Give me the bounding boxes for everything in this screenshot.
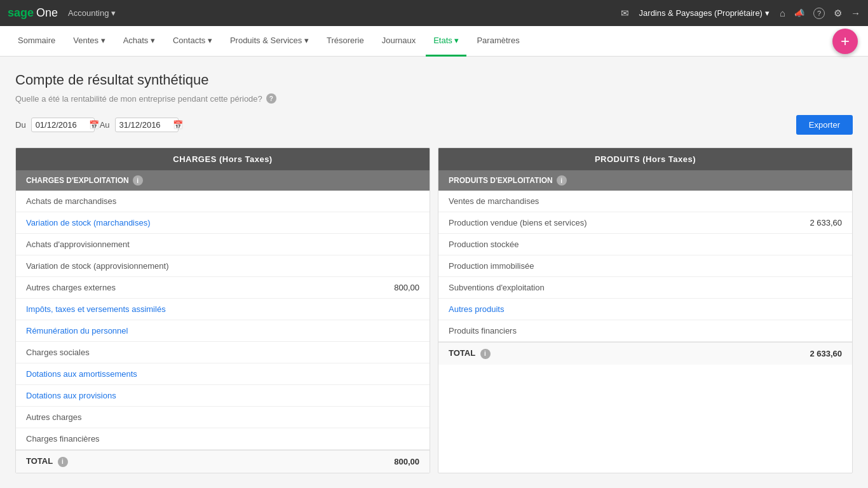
accounting-label: Accounting xyxy=(68,8,109,18)
date-to-label: Au xyxy=(100,120,110,130)
row-label: Achats d'approvisionnement xyxy=(26,240,130,249)
table-row: Achats d'approvisionnement xyxy=(16,234,430,255)
produits-info-icon[interactable]: i xyxy=(557,175,567,186)
date-from-input[interactable]: 📅 xyxy=(31,118,95,132)
row-label: Charges sociales xyxy=(26,348,90,357)
table-row: Charges sociales xyxy=(16,342,430,363)
export-button[interactable]: Exporter xyxy=(796,115,853,135)
row-amount: 800,00 xyxy=(394,283,419,292)
settings-icon[interactable]: ⚙ xyxy=(834,8,842,19)
table-row: Impôts, taxes et versements assimilés xyxy=(16,299,430,320)
row-label[interactable]: Rémunération du personnel xyxy=(26,326,128,336)
produits-table: PRODUITS (Hors Taxes) PRODUITS D'EXPLOIT… xyxy=(438,147,853,473)
charges-info-icon[interactable]: i xyxy=(133,175,143,186)
table-row: Autres charges xyxy=(16,407,430,428)
table-row: Dotations aux amortissements xyxy=(16,363,430,385)
row-label: Charges financières xyxy=(26,434,100,444)
table-row: Production stockée xyxy=(438,234,852,255)
company-dropdown[interactable]: Jardins & Paysages (Propriétaire) ▾ xyxy=(639,8,770,18)
table-row: Charges financières xyxy=(16,428,430,450)
date-to-field[interactable] xyxy=(119,120,170,130)
row-label: Autres charges xyxy=(26,412,81,422)
accounting-dropdown[interactable]: Accounting ▾ xyxy=(68,8,116,18)
date-from-field[interactable] xyxy=(36,120,86,130)
produits-section-label: PRODUITS D'EXPLOITATION xyxy=(449,176,553,185)
top-nav-icons: ⌂ 📣 ? ⚙ → xyxy=(780,8,860,19)
produits-table-header: PRODUITS (Hors Taxes) xyxy=(438,148,852,170)
company-name-text: Jardins & Paysages (Propriétaire) xyxy=(639,8,763,18)
logo[interactable]: sage One xyxy=(8,6,58,20)
subtitle-text: Quelle a été la rentabilité de mon entre… xyxy=(15,94,262,104)
table-row: Produits financiers xyxy=(438,320,852,342)
row-label: Achats de marchandises xyxy=(26,196,116,206)
date-filter-row: Du 📅 Au 📅 Exporter xyxy=(15,115,853,135)
row-label: Variation de stock (approvisionnement) xyxy=(26,261,169,271)
nav-sommaire[interactable]: Sommaire xyxy=(10,26,63,57)
table-row: Achats de marchandises xyxy=(16,191,430,212)
charges-table-header: CHARGES (Hors Taxes) xyxy=(16,148,430,170)
main-navigation: Sommaire Ventes ▾ Achats ▾ Contacts ▾ Pr… xyxy=(0,26,868,57)
nav-etats[interactable]: Etats ▾ xyxy=(426,26,466,57)
nav-tresorerie[interactable]: Trésorerie xyxy=(319,26,372,57)
top-navigation: sage One Accounting ▾ ✉ Jardins & Paysag… xyxy=(0,0,868,26)
calendar-from-icon[interactable]: 📅 xyxy=(89,120,99,130)
calendar-to-icon[interactable]: 📅 xyxy=(173,120,183,130)
produits-section-header: PRODUITS D'EXPLOITATION i xyxy=(438,170,852,191)
row-label[interactable]: Autres produits xyxy=(449,304,504,314)
table-row: Subventions d'exploitation xyxy=(438,277,852,299)
row-label: Production stockée xyxy=(449,240,519,249)
table-row: Ventes de marchandises xyxy=(438,191,852,212)
page-subtitle: Quelle a été la rentabilité de mon entre… xyxy=(15,93,853,104)
row-label: Autres charges externes xyxy=(26,283,116,292)
charges-section-header: CHARGES D'EXPLOITATION i xyxy=(16,170,430,191)
table-row: Variation de stock (approvisionnement) xyxy=(16,255,430,277)
page-content: Compte de résultat synthétique Quelle a … xyxy=(0,57,868,473)
row-label: Production vendue (biens et services) xyxy=(449,218,587,227)
charges-table: CHARGES (Hors Taxes) CHARGES D'EXPLOITAT… xyxy=(15,147,430,473)
row-label: Produits financiers xyxy=(449,326,517,336)
produits-table-footer: TOTAL i 2 633,60 xyxy=(438,342,852,365)
row-label: Ventes de marchandises xyxy=(449,196,539,206)
nav-ventes[interactable]: Ventes ▾ xyxy=(65,26,112,57)
table-row: Production vendue (biens et services) 2 … xyxy=(438,212,852,234)
row-label[interactable]: Impôts, taxes et versements assimilés xyxy=(26,304,166,314)
accounting-arrow: ▾ xyxy=(111,8,116,18)
megaphone-icon[interactable]: 📣 xyxy=(794,8,804,18)
top-nav-right: ✉ Jardins & Paysages (Propriétaire) ▾ ⌂ … xyxy=(621,8,860,19)
table-row: Production immobilisée xyxy=(438,255,852,277)
nav-produits-services[interactable]: Produits & Services ▾ xyxy=(222,26,316,57)
row-label[interactable]: Dotations aux amortissements xyxy=(26,369,137,379)
add-button[interactable]: + xyxy=(832,29,858,54)
help-circle-icon[interactable]: ? xyxy=(266,93,276,104)
row-label: Production immobilisée xyxy=(449,261,534,271)
table-row: Dotations aux provisions xyxy=(16,385,430,407)
help-icon[interactable]: ? xyxy=(813,8,825,19)
email-icon[interactable]: ✉ xyxy=(621,8,629,19)
charges-table-footer: TOTAL i 800,00 xyxy=(16,450,430,473)
charges-total-info-icon[interactable]: i xyxy=(58,457,68,467)
table-row: Variation de stock (marchandises) xyxy=(16,212,430,234)
nav-journaux[interactable]: Journaux xyxy=(374,26,423,57)
charges-total-label: TOTAL i xyxy=(26,456,68,467)
date-from-label: Du xyxy=(15,120,26,130)
table-row: Autres charges externes 800,00 xyxy=(16,277,430,299)
nav-contacts[interactable]: Contacts ▾ xyxy=(165,26,220,57)
company-arrow: ▾ xyxy=(765,8,770,18)
table-row: Autres produits xyxy=(438,299,852,320)
nav-parametres[interactable]: Paramètres xyxy=(469,26,527,57)
row-label[interactable]: Dotations aux provisions xyxy=(26,391,116,400)
nav-achats[interactable]: Achats ▾ xyxy=(116,26,163,57)
row-amount: 2 633,60 xyxy=(810,218,842,227)
produits-total-info-icon[interactable]: i xyxy=(480,349,491,359)
row-label[interactable]: Variation de stock (marchandises) xyxy=(26,218,151,227)
charges-section-label: CHARGES D'EXPLOITATION xyxy=(26,176,129,185)
charges-total-amount: 800,00 xyxy=(394,457,419,466)
table-row: Rémunération du personnel xyxy=(16,320,430,342)
produits-total-label: TOTAL i xyxy=(449,348,491,359)
date-to-input[interactable]: 📅 xyxy=(115,118,179,132)
logo-one: One xyxy=(36,6,58,20)
produits-total-amount: 2 633,60 xyxy=(810,349,842,358)
home-icon[interactable]: ⌂ xyxy=(780,8,785,18)
page-title: Compte de résultat synthétique xyxy=(15,72,853,88)
logout-icon[interactable]: → xyxy=(851,8,860,18)
